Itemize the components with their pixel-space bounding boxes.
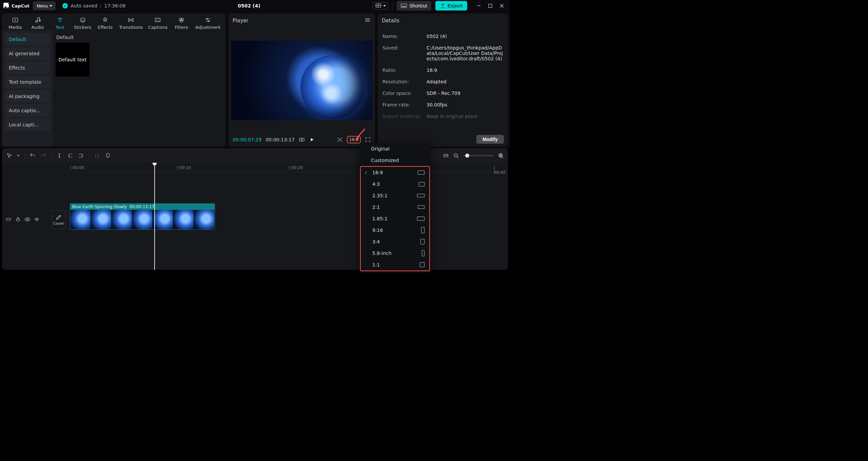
ratio-shape-icon [421,227,425,233]
tab-text[interactable]: Text [49,16,71,31]
ratio-button[interactable]: 16:9 [347,136,361,143]
minimize-icon [476,3,481,8]
snapshot-icon[interactable] [337,137,343,143]
ratio-item-4-3[interactable]: 4:3 [361,178,429,190]
ratio-shape-icon [419,182,425,186]
mute-icon[interactable] [34,216,40,222]
compare-icon[interactable] [299,137,305,143]
cover-label: Cover [53,221,64,226]
autosave-status: ✓ Auto saved: 17:36:08 [62,3,125,8]
details-title: Details [382,18,399,24]
marker-tool[interactable] [105,153,111,159]
clip-duration: 00:00:13:17 [130,204,154,209]
tab-captions[interactable]: Captions [145,16,170,31]
details-panel: Details Name:0502 (4) Saved:C:/Users/top… [378,14,508,146]
text-default-thumb[interactable]: Default text [56,43,90,77]
detail-saved-v: C:/Users/topgus_thinkpad/AppData/Local/C… [427,45,503,61]
tab-adjustment[interactable]: Adjustment [193,16,223,31]
cat-ai-packaging[interactable]: AI packaging [5,90,50,102]
crop-tool[interactable] [94,153,100,159]
svg-rect-17 [96,154,99,157]
preview-wrap [229,28,375,133]
tab-transitions[interactable]: Transitions [116,16,145,31]
tab-audio[interactable]: Audio [26,16,49,31]
player-panel: Player 00:00:07:29 00:00:13:17 16:9 [229,14,375,146]
export-button[interactable]: Export [435,1,467,11]
tracks-area[interactable]: Cover Blue Earth Spinning Slowly 00:00:1… [2,172,508,270]
ratio-item-9-16[interactable]: 9:16 [361,224,429,236]
cover-slot[interactable]: Cover [52,210,66,229]
autosave-time: 17:36:08 [104,3,126,8]
chevron-down-icon[interactable] [17,155,20,157]
svg-point-6 [81,19,82,20]
detail-ratio-v: 16:9 [427,67,503,73]
filters-icon [178,17,185,23]
detail-saved-k: Saved: [382,45,423,61]
svg-point-16 [339,139,341,141]
media-icon [12,17,19,23]
video-clip[interactable]: Blue Earth Spinning Slowly 00:00:13:17 [70,203,215,230]
detail-resolution-v: Adapted [427,79,503,84]
close-button[interactable] [497,2,507,9]
zoom-out-button[interactable] [453,153,459,159]
fullscreen-icon[interactable] [365,137,371,143]
track-height-icon[interactable] [443,153,449,159]
tab-filters[interactable]: Filters [170,16,193,31]
lock-icon[interactable] [15,216,21,222]
ratio-item-original[interactable]: Original [359,143,431,155]
cat-auto-captions[interactable]: Auto captio... [5,104,50,117]
video-preview[interactable] [231,41,372,120]
ratio-item-58-inch[interactable]: 5.8-inch [361,247,429,259]
project-title: 0502 (4) [129,3,369,8]
cat-local-captions[interactable]: Local capti... [5,119,50,131]
eye-icon[interactable] [24,216,31,222]
play-button[interactable] [309,137,315,143]
tab-media[interactable]: Media [4,16,26,31]
ratio-item-16-9[interactable]: ✓16:9 [361,167,429,178]
cat-effects[interactable]: Effects [5,62,50,74]
ratio-shape-icon [417,194,425,197]
selection-tool[interactable] [6,153,12,159]
ruler-mark: | 00:20 [289,165,303,170]
split-left-tool[interactable] [67,153,73,159]
ratio-item-235-1[interactable]: 2.35:1 [361,190,429,201]
details-body: Name:0502 (4) Saved:C:/Users/topgus_thin… [378,28,508,146]
player-menu-icon[interactable] [364,17,371,25]
separator [392,2,393,9]
timeline-ruler[interactable]: | 00:00 | 00:10 | 00:20 | 00:40 [66,163,508,172]
cat-default[interactable]: Default [5,33,50,45]
split-tool[interactable] [56,153,62,159]
magnet-icon[interactable] [5,216,12,222]
ratio-item-185-1[interactable]: 1.85:1 [361,213,429,224]
zoom-in-button[interactable] [498,153,504,159]
track-left-tools [5,216,40,222]
minimize-button[interactable] [474,2,484,9]
ratio-item-label: Original [371,146,390,152]
undo-button[interactable] [29,153,36,159]
cat-text-template[interactable]: Text template [5,76,50,88]
ratio-dropdown: Original Customized ✓16:9 4:3 2.35:1 2:1… [359,143,431,273]
ratio-shape-icon [417,217,425,221]
maximize-button[interactable] [486,2,495,9]
workspace-top: Media Audio Text Stickers Effects Transi… [0,12,510,148]
zoom-slider[interactable] [463,155,494,156]
tab-stickers[interactable]: Stickers [71,16,94,31]
shortcut-button[interactable]: Shortcut [397,1,431,11]
detail-import-k: Import material: [382,114,423,119]
ratio-item-3-4[interactable]: 3:4 [361,236,429,247]
timeline-body[interactable]: | 00:00 | 00:10 | 00:20 | 00:40 Cover [2,163,508,270]
cat-ai-generated[interactable]: AI generated [5,47,50,60]
playhead[interactable] [154,163,155,270]
layout-preset-button[interactable] [373,2,388,9]
tab-effects[interactable]: Effects [94,16,116,31]
ratio-item-label: 2:1 [372,204,380,210]
ratio-item-customized[interactable]: Customized [359,155,431,166]
modify-button[interactable]: Modify [476,135,504,144]
ratio-item-2-1[interactable]: 2:1 [361,201,429,213]
menu-button[interactable]: Menu [33,1,56,10]
zoom-thumb[interactable] [465,154,469,158]
split-right-tool[interactable] [78,153,84,159]
timecode-current: 00:00:07:29 [233,137,261,142]
redo-button[interactable] [40,153,46,159]
ratio-item-1-1[interactable]: 1:1 [361,259,429,270]
